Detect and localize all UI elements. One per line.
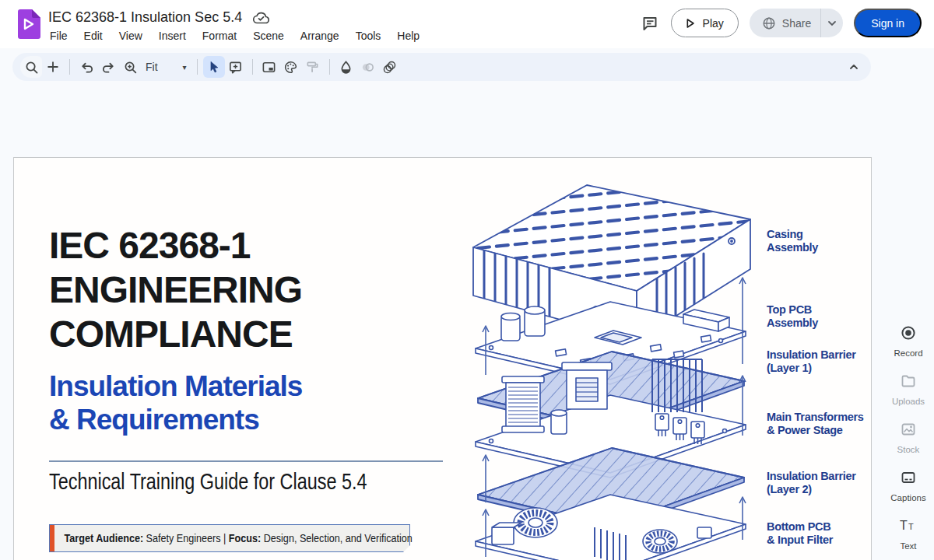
slide-tagline[interactable]: Technical Training Guide for Clause 5.4: [49, 468, 367, 495]
text-icon: T T: [899, 518, 918, 534]
banner-bold-1: Target Audience:: [65, 532, 144, 544]
app-header: IEC 62368-1 Insulation Sec 5.4 File Edit…: [0, 0, 934, 48]
svg-text:T: T: [900, 519, 908, 532]
toolbar-divider: [69, 59, 70, 75]
banner-bold-2: Focus:: [229, 532, 261, 544]
menu-view[interactable]: View: [118, 29, 144, 43]
title-line-2: ENGINEERING: [49, 268, 302, 312]
transition-button[interactable]: [357, 56, 379, 78]
fit-zoom-select[interactable]: Fit ▾: [141, 61, 191, 73]
search-tools-button[interactable]: [20, 56, 42, 78]
chevron-up-icon: [848, 61, 860, 73]
comment-add-icon: [228, 60, 243, 75]
caret-down-icon: ▾: [183, 63, 187, 72]
slide-title[interactable]: IEC 62368-1 ENGINEERING COMPLIANCE: [49, 223, 302, 356]
rail-item-captions[interactable]: Captions: [890, 470, 925, 502]
sign-in-label: Sign in: [871, 17, 904, 30]
audience-banner[interactable]: Target Audience: Safety Engineers | Focu…: [49, 524, 410, 552]
share-button[interactable]: Share: [750, 9, 821, 37]
rail-label-stock: Stock: [897, 445, 920, 454]
toolbar-divider: [329, 59, 330, 75]
slide-canvas[interactable]: IEC 62368-1 ENGINEERING COMPLIANCE Insul…: [13, 157, 872, 560]
undo-icon: [79, 60, 94, 75]
menu-arrange[interactable]: Arrange: [299, 29, 341, 43]
subtitle-line-1: Insulation Materials: [49, 369, 302, 403]
droplet-icon: [339, 60, 353, 75]
cloud-check-icon[interactable]: [253, 12, 269, 24]
rail-label-text: Text: [900, 541, 916, 551]
palette-icon: [283, 60, 298, 75]
captions-icon: [901, 470, 916, 485]
label-main-transformers: Main Transformers& Power Stage: [767, 411, 872, 436]
rail-item-uploads[interactable]: Uploads: [892, 373, 925, 406]
search-icon: [24, 60, 39, 75]
vids-logo-icon[interactable]: [16, 9, 40, 39]
rail-item-stock[interactable]: Stock: [897, 422, 920, 454]
menu-format[interactable]: Format: [201, 29, 238, 43]
stock-image-icon: [901, 422, 916, 437]
comment-icon: [641, 15, 658, 32]
redo-icon: [101, 60, 116, 75]
subtitle-line-2: & Requirements: [49, 403, 302, 436]
rail-label-uploads: Uploads: [892, 397, 925, 406]
label-bottom-pcb: Bottom PCB& Input Filter: [767, 520, 872, 546]
menu-help[interactable]: Help: [395, 29, 421, 43]
paint-roller-icon: [305, 60, 320, 75]
toolbar-divider: [197, 59, 198, 75]
svg-text:T: T: [908, 522, 914, 531]
rail-item-text[interactable]: T T Text: [899, 518, 918, 551]
menu-scene[interactable]: Scene: [251, 29, 286, 43]
document-title[interactable]: IEC 62368-1 Insulation Sec 5.4: [48, 9, 242, 26]
divider-rule: [49, 460, 443, 462]
rail-label-record: Record: [894, 348, 922, 358]
record-icon: [901, 325, 916, 341]
redo-button[interactable]: [97, 56, 119, 78]
play-icon: [683, 16, 697, 30]
share-button-group: Share: [750, 9, 843, 37]
title-line-3: COMPLIANCE: [49, 312, 302, 356]
insert-media-icon: [262, 60, 276, 75]
menu-tools[interactable]: Tools: [354, 29, 383, 43]
format-paint-button[interactable]: [302, 56, 324, 78]
select-tool-button[interactable]: [203, 56, 225, 78]
slide-subtitle[interactable]: Insulation Materials & Requirements: [49, 369, 302, 436]
banner-text-2: Design, Selection, and Verification: [261, 532, 413, 544]
zoom-in-icon: [123, 60, 138, 75]
undo-button[interactable]: [75, 56, 97, 78]
rail-item-record[interactable]: Record: [894, 325, 922, 358]
menu-file[interactable]: File: [48, 29, 69, 43]
title-line-1: IEC 62368-1: [49, 223, 302, 268]
toolbar-divider: [252, 59, 253, 75]
toolbar: Fit ▾: [12, 53, 871, 81]
share-options-button[interactable]: [821, 9, 843, 37]
label-casing-assembly: CasingAssembly: [767, 228, 872, 254]
collapse-toolbar-button[interactable]: [848, 61, 860, 73]
menu-insert[interactable]: Insert: [157, 29, 188, 43]
exploded-psu-diagram: [464, 176, 760, 560]
add-scene-button[interactable]: [42, 56, 64, 78]
play-label: Play: [703, 17, 724, 30]
cursor-icon: [207, 60, 221, 74]
rail-label-captions: Captions: [890, 493, 925, 502]
theme-colors-button[interactable]: [280, 56, 302, 78]
background-fill-button[interactable]: [335, 56, 357, 78]
menu-edit[interactable]: Edit: [83, 29, 104, 43]
motion-rings-icon: [382, 60, 397, 75]
menu-bar: File Edit View Insert Format Scene Arran…: [48, 29, 421, 43]
motion-button[interactable]: [379, 56, 401, 78]
fit-zoom-value: Fit: [146, 61, 158, 73]
sign-in-button[interactable]: Sign in: [854, 9, 922, 37]
plus-icon: [46, 60, 60, 74]
label-insulation-barrier-2: Insulation Barrier(Layer 2): [767, 470, 872, 495]
globe-icon: [762, 16, 776, 30]
zoom-button[interactable]: [119, 56, 141, 78]
comment-history-button[interactable]: [640, 13, 660, 33]
label-top-pcb: Top PCBAssembly: [767, 303, 872, 329]
folder-icon: [901, 373, 916, 389]
insert-rail: Record Uploads Stock Captions: [881, 325, 934, 560]
play-button[interactable]: Play: [671, 9, 739, 37]
add-comment-button[interactable]: [225, 56, 247, 78]
insert-media-button[interactable]: [258, 56, 280, 78]
banner-text: Target Audience: Safety Engineers | Focu…: [54, 532, 413, 544]
share-label: Share: [782, 17, 811, 30]
